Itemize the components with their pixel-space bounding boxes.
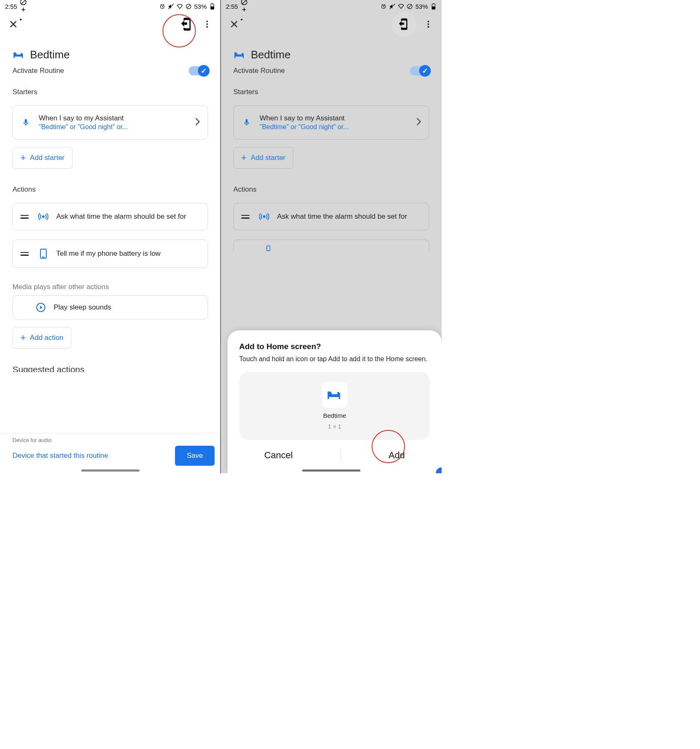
cancel-button[interactable]: Cancel xyxy=(262,449,295,461)
chevron-right-icon xyxy=(195,117,200,127)
phone-icon xyxy=(40,248,47,259)
svg-point-34 xyxy=(263,215,265,218)
add-action-button[interactable]: + Add action xyxy=(12,327,71,349)
plus-icon: + xyxy=(20,152,26,163)
action-battery-title: Tell me if my phone battery is low xyxy=(56,250,200,258)
action-alarm-title: Ask what time the alarm should be set fo… xyxy=(277,212,421,221)
close-button[interactable] xyxy=(226,16,242,32)
starter-subtitle: "Bedtime" or "Good night" or... xyxy=(260,123,409,131)
section-starters: Starters xyxy=(12,88,208,96)
add-action-label: Add action xyxy=(30,334,63,342)
wifi-icon xyxy=(398,3,404,10)
mute-icon xyxy=(389,3,395,10)
starter-title: When I say to my Assistant xyxy=(260,114,409,122)
add-to-homescreen-button[interactable] xyxy=(179,16,195,32)
button-divider xyxy=(340,449,341,462)
svg-point-13 xyxy=(206,23,208,25)
no-sim-icon xyxy=(407,3,413,10)
action-alarm-title: Ask what time the alarm should be set fo… xyxy=(56,212,200,221)
sheet-title: Add to Home screen? xyxy=(239,342,430,351)
overflow-menu-button[interactable] xyxy=(420,16,437,32)
svg-point-14 xyxy=(206,26,208,28)
add-button[interactable]: Add xyxy=(386,449,408,461)
section-actions: Actions xyxy=(12,185,208,194)
status-bar: 2:55 • 53% xyxy=(0,0,220,12)
bed-icon xyxy=(326,387,343,403)
activate-label: Activate Routine xyxy=(233,67,285,75)
section-suggested: Suggested actions xyxy=(12,365,208,372)
shortcut-icon xyxy=(180,17,194,31)
device-link[interactable]: Device that started this routine xyxy=(12,452,108,460)
svg-point-33 xyxy=(428,26,429,28)
starter-card[interactable]: When I say to my Assistant "Bedtime" or … xyxy=(12,105,208,140)
sheet-body: Touch and hold an icon or tap Add to add… xyxy=(239,355,430,363)
no-sim-icon xyxy=(185,3,192,10)
routine-title: Bedtime xyxy=(251,48,290,61)
section-media: Media plays after other actions xyxy=(12,283,208,291)
section-actions: Actions xyxy=(233,185,429,194)
starter-card[interactable]: When I say to my Assistant "Bedtime" or … xyxy=(233,105,429,140)
chevron-right-icon xyxy=(416,117,421,127)
device-for-audio-label: Device for audio xyxy=(12,437,215,443)
status-battery-pct: 53% xyxy=(194,3,207,10)
activate-label: Activate Routine xyxy=(12,67,64,75)
svg-point-15 xyxy=(42,215,45,218)
plus-icon: + xyxy=(241,152,247,163)
svg-line-2 xyxy=(22,0,25,4)
broadcast-icon xyxy=(38,212,48,222)
activate-toggle[interactable] xyxy=(189,66,208,75)
svg-line-21 xyxy=(242,0,246,4)
add-starter-button[interactable]: + Add starter xyxy=(12,147,72,169)
action-card-battery[interactable]: Tell me if my phone battery is low xyxy=(12,240,208,268)
mic-icon xyxy=(242,117,251,127)
close-button[interactable] xyxy=(5,16,22,32)
svg-rect-28 xyxy=(433,3,434,4)
svg-line-25 xyxy=(408,5,412,8)
routine-title-row: Bedtime xyxy=(12,48,208,61)
shortcut-name: Bedtime xyxy=(323,412,346,419)
screen-add-shortcut-dialog: 2:55 • 53% xyxy=(221,0,442,473)
svg-line-6 xyxy=(187,5,190,8)
add-starter-label: Add starter xyxy=(30,154,65,162)
action-card-alarm[interactable]: Ask what time the alarm should be set fo… xyxy=(233,203,429,230)
add-to-homescreen-button[interactable] xyxy=(392,12,417,37)
svg-rect-8 xyxy=(211,6,214,9)
gesture-bar[interactable] xyxy=(81,469,140,472)
save-button[interactable]: Save xyxy=(175,446,215,466)
svg-point-32 xyxy=(428,23,429,25)
action-card-battery-peek xyxy=(233,240,429,251)
play-circle-icon xyxy=(36,302,46,312)
app-bar xyxy=(0,12,220,36)
shortcut-tile xyxy=(322,382,348,408)
action-media-title: Play sleep sounds xyxy=(54,303,200,312)
status-battery-pct: 53% xyxy=(415,3,428,10)
svg-point-12 xyxy=(206,21,208,22)
app-bar xyxy=(221,12,442,36)
routine-title: Bedtime xyxy=(30,48,70,61)
phone-icon xyxy=(266,245,270,251)
add-starter-button[interactable]: + Add starter xyxy=(233,147,293,169)
plus-icon: + xyxy=(20,332,26,343)
screen-routine-editor: 2:55 • 53% xyxy=(0,0,221,473)
more-vert-icon xyxy=(202,20,212,29)
svg-rect-9 xyxy=(212,3,213,4)
section-starters: Starters xyxy=(233,88,429,96)
action-card-alarm[interactable]: Ask what time the alarm should be set fo… xyxy=(12,203,208,230)
alarm-icon xyxy=(159,3,165,10)
overflow-menu-button[interactable] xyxy=(199,16,215,32)
shortcut-dimensions: 1 × 1 xyxy=(328,423,341,430)
status-time: 2:55 xyxy=(226,3,238,10)
broadcast-icon xyxy=(259,212,269,222)
shortcut-preview[interactable]: Bedtime 1 × 1 xyxy=(239,372,430,440)
drag-handle-icon[interactable] xyxy=(20,215,30,219)
add-to-home-sheet: Add to Home screen? Touch and hold an ic… xyxy=(228,330,442,473)
action-card-media[interactable]: Play sleep sounds xyxy=(12,295,208,320)
drag-handle-icon[interactable] xyxy=(241,215,251,219)
status-bar: 2:55 • 53% xyxy=(221,0,442,12)
activate-toggle[interactable] xyxy=(410,66,429,75)
drag-handle-icon[interactable] xyxy=(20,252,30,256)
shortcut-icon xyxy=(398,18,410,30)
routine-title-row: Bedtime xyxy=(233,48,429,61)
gesture-bar[interactable] xyxy=(302,469,360,472)
alarm-icon xyxy=(380,3,387,10)
